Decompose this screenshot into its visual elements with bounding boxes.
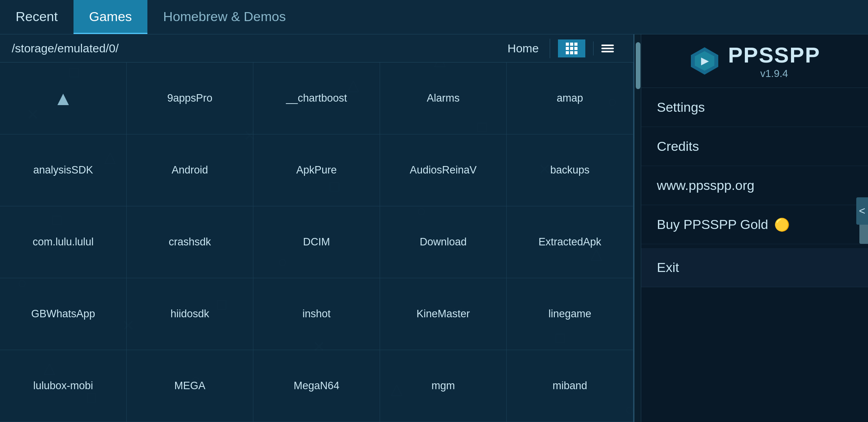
app-version: v1.9.4 <box>728 68 820 80</box>
app-title: PPSSPP <box>728 42 820 68</box>
file-browser: /storage/emulated/0/ Home <box>0 34 634 422</box>
file-cell-chartboost[interactable]: __chartboost <box>253 63 380 134</box>
grid-view-icon <box>566 43 577 54</box>
scrollbar[interactable] <box>634 34 641 422</box>
grid-view-button[interactable] <box>558 39 585 57</box>
file-cell-miband[interactable]: miband <box>507 350 633 422</box>
tab-homebrew[interactable]: Homebrew & Demos <box>147 0 301 34</box>
file-cell-hiidosdk[interactable]: hiidosdk <box>127 278 253 350</box>
file-cell-extractedapk[interactable]: ExtractedApk <box>507 206 633 278</box>
menu-item-website[interactable]: www.ppsspp.org <box>641 166 868 205</box>
file-cell-mgm[interactable]: mgm <box>380 350 507 422</box>
menu-item-settings[interactable]: Settings <box>641 88 868 127</box>
current-path: /storage/emulated/0/ <box>12 42 489 55</box>
menu-item-credits[interactable]: Credits <box>641 127 868 166</box>
logo-area: ▶ PPSSPP v1.9.4 <box>641 34 868 88</box>
tab-games[interactable]: Games <box>74 0 148 34</box>
list-view-icon <box>601 45 614 52</box>
list-view-button[interactable] <box>593 41 622 55</box>
file-cell-android[interactable]: Android <box>127 134 253 206</box>
file-cell-audiosreinav[interactable]: AudiosReinaV <box>380 134 507 206</box>
file-cell-dcim[interactable]: DCIM <box>253 206 380 278</box>
file-cell-9appspro[interactable]: 9appsPro <box>127 63 253 134</box>
scrollbar-thumb[interactable] <box>636 42 640 89</box>
file-cell-alarms[interactable]: Alarms <box>380 63 507 134</box>
logo-text-area: PPSSPP v1.9.4 <box>728 42 820 80</box>
file-cell-mega[interactable]: MEGA <box>127 350 253 422</box>
file-cell-download[interactable]: Download <box>380 206 507 278</box>
path-bar: /storage/emulated/0/ Home <box>0 34 633 63</box>
file-cell-up[interactable]: ▲ <box>0 63 127 134</box>
back-button[interactable]: < <box>856 197 868 225</box>
tab-bar: Recent Games Homebrew & Demos <box>0 0 868 34</box>
gold-icon: 🟡 <box>774 217 790 232</box>
file-cell-gbwhatsapp[interactable]: GBWhatsApp <box>0 278 127 350</box>
back-icon: < <box>859 205 865 217</box>
file-cell-comlulululu[interactable]: com.lulu.lulul <box>0 206 127 278</box>
file-cell-luluboxmobi[interactable]: lulubox-mobi <box>0 350 127 422</box>
file-cell-crashsdk[interactable]: crashsdk <box>127 206 253 278</box>
menu-item-buy-gold[interactable]: Buy PPSSPP Gold 🟡 <box>641 205 868 244</box>
file-cell-kinemaster[interactable]: KineMaster <box>380 278 507 350</box>
file-cell-linegame[interactable]: linegame <box>507 278 633 350</box>
file-cell-backups[interactable]: backups <box>507 134 633 206</box>
ppsspp-logo-icon: ▶ <box>689 45 720 77</box>
file-cell-megan64[interactable]: MegaN64 <box>253 350 380 422</box>
svg-text:▶: ▶ <box>701 55 709 66</box>
file-cell-apkpure[interactable]: ApkPure <box>253 134 380 206</box>
tab-recent[interactable]: Recent <box>0 0 74 34</box>
buy-gold-label: Buy PPSSPP Gold <box>657 217 768 232</box>
file-cell-inshot[interactable]: inshot <box>253 278 380 350</box>
file-cell-amap[interactable]: amap <box>507 63 633 134</box>
home-button[interactable]: Home <box>497 39 550 58</box>
menu-item-exit[interactable]: Exit <box>641 248 868 287</box>
right-sidebar: ▶ PPSSPP v1.9.4 Settings Credits www.pps… <box>641 34 868 422</box>
file-cell-analysissdk[interactable]: analysisSDK <box>0 134 127 206</box>
file-grid: ▲9appsPro__chartboostAlarmsamapanalysisS… <box>0 63 633 422</box>
